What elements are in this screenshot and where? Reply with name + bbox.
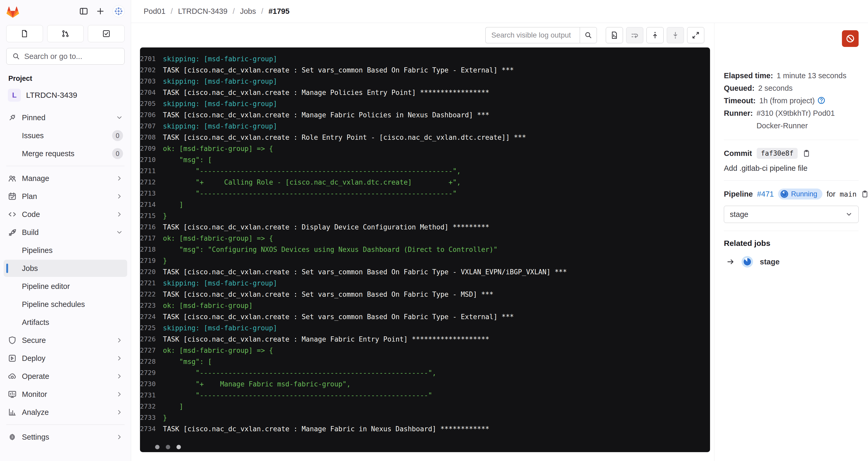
log-line-number[interactable]: 2701 xyxy=(140,55,163,63)
sidebar-item-monitor[interactable]: Monitor xyxy=(4,386,127,403)
log-line-number[interactable]: 2727 xyxy=(140,346,163,354)
commit-message[interactable]: Add .gitlab-ci pipeline file xyxy=(724,164,859,173)
log-line: 2707skipping: [msd-fabric-group] xyxy=(140,120,710,132)
log-line-number[interactable]: 2714 xyxy=(140,201,163,208)
job-log-panel[interactable]: 2701skipping: [msd-fabric-group]2702TASK… xyxy=(140,48,710,452)
timeout-help-icon[interactable] xyxy=(817,96,826,105)
sidebar-item-settings[interactable]: Settings xyxy=(4,428,127,445)
pipeline-status-badge[interactable]: Running xyxy=(778,188,823,199)
breadcrumb-jobs[interactable]: Jobs xyxy=(240,7,256,16)
commit-sha-chip[interactable]: faf30e8f xyxy=(757,148,798,159)
sidebar-item-pinned[interactable]: Pinned xyxy=(4,109,127,126)
sidebar-item-plan[interactable]: Plan xyxy=(4,188,127,205)
timeout-row: Timeout: 1h (from project) xyxy=(724,94,859,107)
breadcrumb-project[interactable]: LTRDCN-3439 xyxy=(178,7,227,16)
wrap-lines-button[interactable] xyxy=(626,27,643,43)
sidebar-item-operate[interactable]: Operate xyxy=(4,368,127,385)
sidebar-item-deploy[interactable]: Deploy xyxy=(4,350,127,367)
log-line-number[interactable]: 2715 xyxy=(140,212,163,220)
log-line-number[interactable]: 2719 xyxy=(140,257,163,265)
sidebar-item-manage[interactable]: Manage xyxy=(4,170,127,187)
pipeline-ref[interactable]: main xyxy=(840,190,857,198)
log-line-number[interactable]: 2720 xyxy=(140,268,163,276)
chevron-down-icon xyxy=(116,229,123,236)
issues-shortcut-button[interactable] xyxy=(6,25,43,42)
log-line-number[interactable]: 2729 xyxy=(140,369,163,376)
scroll-to-top-button[interactable] xyxy=(646,27,664,43)
sidebar-project-item[interactable]: L LTRDCN-3439 xyxy=(4,86,127,104)
log-line-number[interactable]: 2705 xyxy=(140,100,163,107)
log-line-number[interactable]: 2706 xyxy=(140,111,163,119)
sidebar-item-pipeline-editor[interactable]: Pipeline editor xyxy=(4,278,127,295)
fullscreen-button[interactable] xyxy=(687,27,704,43)
sidebar-item-artifacts[interactable]: Artifacts xyxy=(4,314,127,331)
sidebar-item-merge-requests[interactable]: Merge requests0 xyxy=(4,145,127,162)
todos-shortcut-button[interactable] xyxy=(88,25,125,42)
sidebar-item-issues[interactable]: Issues0 xyxy=(4,127,127,144)
log-line-number[interactable]: 2732 xyxy=(140,403,163,410)
log-line-number[interactable]: 2731 xyxy=(140,391,163,399)
search-or-go-to-input[interactable]: Search or go to... xyxy=(6,48,125,65)
scroll-to-bottom-button[interactable] xyxy=(667,27,684,43)
merge-requests-shortcut-button[interactable] xyxy=(47,25,84,42)
log-line-number[interactable]: 2726 xyxy=(140,335,163,343)
log-search-input[interactable] xyxy=(485,27,580,43)
sidebar-item-pipeline-schedules[interactable]: Pipeline schedules xyxy=(4,296,127,313)
log-line-number[interactable]: 2724 xyxy=(140,313,163,320)
project-avatar: L xyxy=(8,89,21,102)
log-line-number[interactable]: 2711 xyxy=(140,167,163,175)
copy-ref-icon[interactable] xyxy=(861,190,868,198)
log-line-number[interactable]: 2723 xyxy=(140,302,163,309)
log-line: 2712 "+ Calling Role - [cisco.nac_dc_vxl… xyxy=(140,177,710,188)
sidebar-item-pipelines[interactable]: Pipelines xyxy=(4,242,127,259)
log-line-number[interactable]: 2708 xyxy=(140,133,163,141)
breadcrumb-current-job[interactable]: #1795 xyxy=(269,7,289,16)
log-line-number[interactable]: 2716 xyxy=(140,223,163,231)
log-line-number[interactable]: 2713 xyxy=(140,190,163,197)
related-job-item[interactable]: stage xyxy=(724,255,859,268)
log-line-number[interactable]: 2712 xyxy=(140,178,163,186)
log-line-number[interactable]: 2721 xyxy=(140,279,163,287)
log-line-text: TASK [cisco.nac_dc_vxlan.create : Set va… xyxy=(163,290,493,298)
user-avatar[interactable] xyxy=(113,5,125,17)
log-line-number[interactable]: 2709 xyxy=(140,145,163,152)
show-raw-log-button[interactable] xyxy=(606,27,623,43)
log-line-number[interactable]: 2710 xyxy=(140,156,163,163)
related-jobs-heading: Related jobs xyxy=(724,239,859,248)
log-line-text: "+ Calling Role - [cisco.nac_dc_vxlan.dt… xyxy=(163,178,461,186)
sidebar-item-label: Plan xyxy=(22,192,111,201)
log-line-number[interactable]: 2702 xyxy=(140,66,163,74)
log-line-number[interactable]: 2730 xyxy=(140,380,163,388)
stage-select-dropdown[interactable]: stage xyxy=(724,206,859,223)
log-line-text: TASK [cisco.nac_dc_vxlan.create : Manage… xyxy=(163,89,489,96)
timeout-value: 1h (from project) xyxy=(759,94,826,107)
log-line-number[interactable]: 2704 xyxy=(140,89,163,96)
sidebar-item-secure[interactable]: Secure xyxy=(4,332,127,349)
cancel-job-button[interactable] xyxy=(842,30,859,47)
sidebar-item-label: Pipelines xyxy=(22,246,123,255)
gitlab-logo-icon[interactable] xyxy=(6,5,19,17)
pipeline-id-link[interactable]: #471 xyxy=(757,190,774,198)
sidebar-item-build[interactable]: Build xyxy=(4,224,127,241)
log-search-button[interactable] xyxy=(580,27,597,43)
log-line-number[interactable]: 2717 xyxy=(140,235,163,242)
log-line-text: "---------------------------------------… xyxy=(163,167,461,175)
log-line-number[interactable]: 2733 xyxy=(140,414,163,421)
log-line-number[interactable]: 2707 xyxy=(140,122,163,130)
create-new-plus-icon[interactable] xyxy=(96,7,105,16)
copy-commit-sha-icon[interactable] xyxy=(802,149,811,157)
sidebar-item-label: Pipeline editor xyxy=(22,282,123,291)
sidebar-item-code[interactable]: Code xyxy=(4,206,127,223)
log-line-number[interactable]: 2722 xyxy=(140,290,163,298)
sidebar-toggle-icon[interactable] xyxy=(79,7,88,16)
log-line-number[interactable]: 2725 xyxy=(140,324,163,332)
log-line-number[interactable]: 2703 xyxy=(140,78,163,85)
sidebar-item-analyze[interactable]: Analyze xyxy=(4,404,127,421)
log-line-number[interactable]: 2718 xyxy=(140,246,163,253)
sidebar-item-jobs[interactable]: Jobs xyxy=(4,260,127,277)
project-name: LTRDCN-3439 xyxy=(26,91,77,100)
log-line-number[interactable]: 2734 xyxy=(140,425,163,433)
breadcrumb-group[interactable]: Pod01 xyxy=(144,7,165,16)
log-line-number[interactable]: 2728 xyxy=(140,358,163,365)
log-line-text: ] xyxy=(163,201,183,209)
